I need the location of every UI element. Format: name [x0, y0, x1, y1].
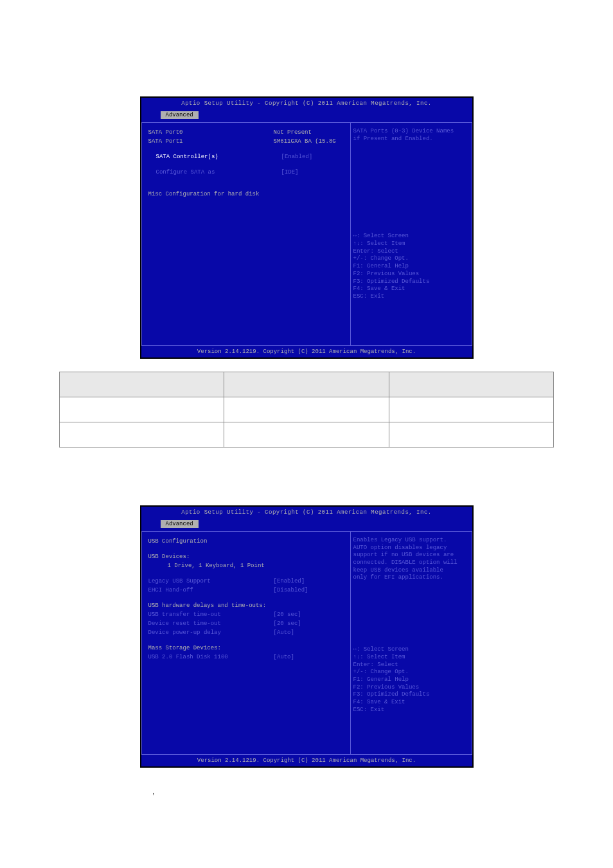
bios-left-panel: SATA Port0 Not Present SATA Port1 SM611G… [141, 122, 350, 346]
label-flash-disk: USB 2.0 Flash Disk 1100 [148, 654, 274, 660]
row-misc-config[interactable]: Misc Configuration for hard disk [148, 190, 348, 199]
row-flash-disk[interactable]: USB 2.0 Flash Disk 1100 [Auto] [148, 653, 348, 662]
help-desc: SATA Ports (0-3) Device Names if Present… [353, 128, 469, 143]
label-reset: Device reset time-out [148, 620, 274, 627]
value-ehci: [Disabled] [274, 587, 308, 593]
row-usb-devices: USB Devices: [148, 552, 348, 561]
row-sata-controller[interactable]: SATA Controller(s) [Enabled] [148, 152, 348, 161]
row-sata-port1[interactable]: SATA Port1 SM611GXA BA (15.8G [148, 137, 348, 146]
row-sata-port0[interactable]: SATA Port0 Not Present [148, 128, 348, 137]
label-sata-controller: SATA Controller(s) [148, 154, 281, 160]
table-cell [389, 372, 553, 397]
bios-screen-usb: Aptio Setup Utility - Copyright (C) 2011… [140, 505, 474, 768]
table-cell [389, 397, 553, 422]
bios-window: Aptio Setup Utility - Copyright (C) 2011… [140, 96, 474, 359]
bios-tab-row: Advanced [141, 108, 472, 122]
value-legacy-usb: [Enabled] [274, 578, 305, 584]
row-legacy-usb[interactable]: Legacy USB Support [Enabled] [148, 577, 348, 586]
bios-help-panel: SATA Ports (0-3) Device Names if Present… [350, 122, 472, 346]
bios-footer: Version 2.14.1219. Copyright (C) 2011 Am… [141, 346, 472, 357]
value-usb-devices: 1 Drive, 1 Keyboard, 1 Point [148, 563, 293, 569]
table-cell [224, 422, 389, 448]
help-desc: Enables Legacy USB support. AUTO option … [353, 537, 469, 582]
row-powerup-delay[interactable]: Device power-up delay [Auto] [148, 628, 348, 637]
value-sata-port1: SM611GXA BA (15.8G [274, 138, 336, 145]
table-cell [60, 372, 224, 397]
value-reset: [20 sec] [274, 620, 301, 627]
value-sata-controller: [Enabled] [281, 154, 313, 160]
tab-advanced[interactable]: Advanced [161, 111, 199, 119]
row-reset-timeout[interactable]: Device reset time-out [20 sec] [148, 619, 348, 628]
table-cell [389, 422, 553, 448]
label-ehci: EHCI Hand-off [148, 587, 274, 593]
row-transfer-timeout[interactable]: USB transfer time-out [20 sec] [148, 610, 348, 619]
label-transfer: USB transfer time-out [148, 611, 274, 618]
label-hw-delays: USB hardware delays and time-outs: [148, 602, 267, 609]
label-usb-config: USB Configuration [148, 538, 274, 545]
table-row [60, 422, 554, 448]
bios-screen-sata: Aptio Setup Utility - Copyright (C) 2011… [140, 96, 474, 359]
row-ehci[interactable]: EHCI Hand-off [Disabled] [148, 586, 348, 595]
comma-note: , [152, 787, 613, 796]
bios-body: USB Configuration USB Devices: 1 Drive, … [141, 531, 472, 755]
label-legacy-usb: Legacy USB Support [148, 578, 274, 584]
table-cell [60, 397, 224, 422]
table-cell [224, 397, 389, 422]
help-keys: ↔: Select Screen ↑↓: Select Item Enter: … [353, 646, 469, 714]
bios-header: Aptio Setup Utility - Copyright (C) 2011… [141, 507, 472, 517]
bios-window: Aptio Setup Utility - Copyright (C) 2011… [140, 505, 474, 768]
label-usb-devices: USB Devices: [148, 554, 274, 560]
bios-tab-row: Advanced [141, 517, 472, 531]
label-misc-config: Misc Configuration for hard disk [148, 191, 274, 197]
value-powerup: [Auto] [274, 629, 294, 636]
label-sata-port0: SATA Port0 [148, 129, 274, 136]
label-sata-port1: SATA Port1 [148, 138, 274, 145]
help-keys: ↔: Select Screen ↑↓: Select Item Enter: … [353, 233, 469, 300]
table-cell [60, 422, 224, 448]
value-transfer: [20 sec] [274, 611, 301, 618]
bios-body: SATA Port0 Not Present SATA Port1 SM611G… [141, 122, 472, 346]
value-configure-sata: [IDE] [281, 169, 299, 176]
option-table [59, 372, 554, 448]
bios-header: Aptio Setup Utility - Copyright (C) 2011… [141, 98, 472, 108]
table-row [60, 372, 554, 397]
value-flash-disk: [Auto] [274, 654, 294, 660]
bios-left-panel: USB Configuration USB Devices: 1 Drive, … [141, 531, 350, 755]
row-usb-devices-list: 1 Drive, 1 Keyboard, 1 Point [148, 561, 348, 570]
bios-help-panel: Enables Legacy USB support. AUTO option … [350, 531, 472, 755]
value-sata-port0: Not Present [274, 129, 312, 136]
row-hw-delays: USB hardware delays and time-outs: [148, 601, 348, 610]
label-configure-sata: Configure SATA as [148, 169, 281, 176]
row-configure-sata[interactable]: Configure SATA as [IDE] [148, 168, 348, 177]
row-usb-config-title: USB Configuration [148, 537, 348, 546]
label-mass-storage: Mass Storage Devices: [148, 645, 274, 651]
row-mass-storage: Mass Storage Devices: [148, 644, 348, 653]
tab-advanced[interactable]: Advanced [161, 520, 199, 528]
table-row [60, 397, 554, 422]
label-powerup: Device power-up delay [148, 629, 274, 636]
bios-footer: Version 2.14.1219. Copyright (C) 2011 Am… [141, 755, 472, 766]
table-cell [224, 372, 389, 397]
